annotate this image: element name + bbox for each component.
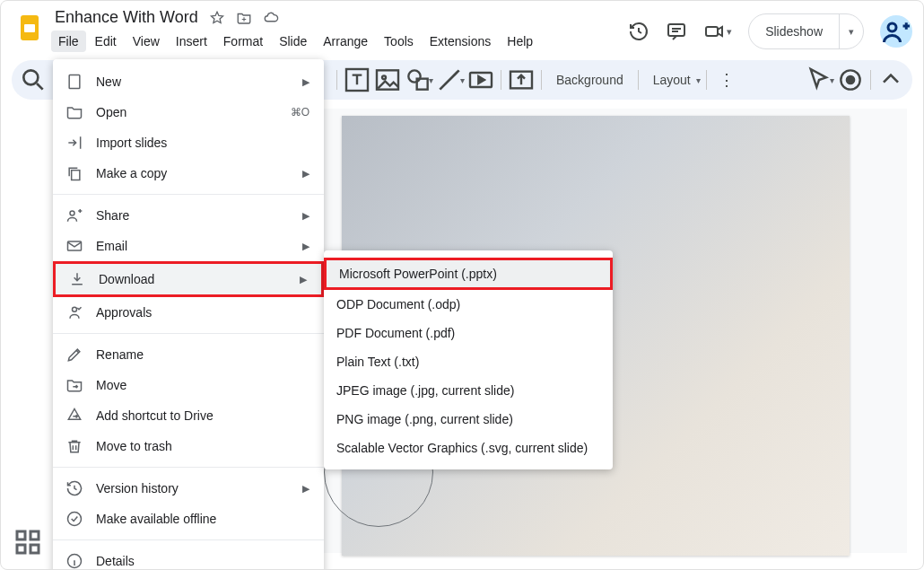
- chevron-right-icon: ▶: [302, 210, 309, 222]
- pointer-dropdown[interactable]: ▾: [830, 75, 834, 85]
- move-icon: [65, 376, 83, 394]
- slides-logo[interactable]: [12, 10, 48, 46]
- line-dropdown[interactable]: ▾: [460, 75, 465, 85]
- trash-icon: [65, 437, 83, 455]
- file-version-history[interactable]: Version history ▶: [53, 473, 324, 504]
- menu-format[interactable]: Format: [216, 31, 270, 52]
- cloud-status-icon[interactable]: [263, 10, 279, 26]
- menu-edit[interactable]: Edit: [88, 31, 124, 52]
- divider: [53, 333, 324, 334]
- menu-insert[interactable]: Insert: [169, 31, 214, 52]
- download-svg[interactable]: Scalable Vector Graphics (.svg, current …: [324, 434, 613, 462]
- more-icon[interactable]: ⋮: [712, 66, 741, 94]
- chevron-down-icon[interactable]: ▾: [727, 26, 732, 38]
- layout-dropdown[interactable]: ▾: [696, 75, 701, 85]
- star-icon[interactable]: [209, 10, 225, 26]
- comments-icon[interactable]: [666, 21, 687, 42]
- transition-icon[interactable]: [507, 66, 536, 94]
- history-icon[interactable]: [628, 21, 649, 42]
- menu-tools[interactable]: Tools: [377, 31, 421, 52]
- download-odp[interactable]: ODP Document (.odp): [324, 290, 613, 319]
- svg-rect-17: [17, 545, 25, 553]
- history-icon: [65, 479, 83, 497]
- file-icon: [65, 73, 83, 91]
- approvals-icon: [65, 303, 83, 321]
- chevron-right-icon: ▶: [302, 483, 309, 495]
- svg-rect-18: [31, 545, 39, 553]
- slideshow-dropdown[interactable]: ▾: [840, 14, 863, 48]
- svg-point-5: [23, 70, 38, 84]
- download-pdf[interactable]: PDF Document (.pdf): [324, 319, 613, 347]
- divider: [53, 539, 324, 540]
- textbox-icon[interactable]: [343, 66, 371, 94]
- svg-point-8: [382, 75, 386, 79]
- present-camera-icon[interactable]: [703, 21, 725, 42]
- download-png[interactable]: PNG image (.png, current slide): [324, 405, 613, 434]
- collapse-icon[interactable]: [876, 66, 905, 94]
- file-move[interactable]: Move: [53, 370, 324, 400]
- import-icon: [65, 134, 83, 152]
- separator: [336, 70, 337, 90]
- share-button[interactable]: [880, 15, 912, 48]
- grid-view-icon[interactable]: [12, 526, 44, 558]
- chevron-right-icon: ▶: [300, 274, 307, 285]
- svg-rect-19: [69, 75, 80, 89]
- menu-extensions[interactable]: Extensions: [423, 31, 498, 52]
- file-details[interactable]: Details: [53, 546, 324, 570]
- slideshow-button[interactable]: Slideshow: [749, 14, 840, 48]
- download-submenu: Microsoft PowerPoint (.pptx) ODP Documen…: [324, 250, 613, 469]
- file-approvals[interactable]: Approvals: [53, 297, 324, 328]
- image-icon[interactable]: [373, 66, 402, 94]
- menu-arrange[interactable]: Arrange: [316, 31, 375, 52]
- shape-dropdown[interactable]: ▾: [429, 75, 433, 85]
- file-import-slides[interactable]: Import slides: [53, 127, 324, 158]
- layout-button[interactable]: Layout: [644, 73, 700, 87]
- svg-rect-15: [17, 531, 25, 539]
- download-txt[interactable]: Plain Text (.txt): [324, 347, 613, 376]
- svg-rect-16: [31, 531, 39, 539]
- info-icon: [65, 552, 83, 570]
- svg-point-23: [73, 307, 77, 311]
- folder-icon: [65, 103, 83, 121]
- menu-slide[interactable]: Slide: [272, 31, 314, 52]
- email-icon: [65, 237, 83, 255]
- svg-rect-20: [72, 171, 80, 180]
- svg-rect-2: [668, 24, 684, 36]
- menubar: File Edit View Insert Format Slide Arran…: [51, 31, 628, 52]
- file-rename[interactable]: Rename: [53, 339, 324, 370]
- file-add-shortcut[interactable]: Add shortcut to Drive: [53, 400, 324, 431]
- svg-point-9: [408, 70, 420, 82]
- menu-help[interactable]: Help: [500, 31, 540, 52]
- file-move-trash[interactable]: Move to trash: [53, 431, 324, 461]
- divider: [53, 194, 324, 195]
- video-icon[interactable]: [466, 66, 495, 94]
- drive-shortcut-icon: [65, 407, 83, 425]
- menu-view[interactable]: View: [126, 31, 167, 52]
- doc-title[interactable]: Enhance With Word: [55, 8, 198, 27]
- download-jpg[interactable]: JPEG image (.jpg, current slide): [324, 376, 613, 405]
- search-icon[interactable]: [19, 66, 48, 94]
- copy-icon: [65, 164, 83, 182]
- svg-rect-3: [706, 27, 718, 36]
- file-download[interactable]: Download ▶: [53, 261, 324, 297]
- file-share[interactable]: Share ▶: [53, 200, 324, 231]
- file-new[interactable]: New ▶: [53, 66, 324, 97]
- file-open[interactable]: Open ⌘O: [53, 97, 324, 127]
- share-icon: [65, 206, 83, 224]
- svg-point-21: [70, 211, 74, 215]
- record-icon[interactable]: [836, 66, 865, 94]
- offline-icon: [65, 510, 83, 528]
- file-make-copy[interactable]: Make a copy ▶: [53, 158, 324, 189]
- download-pptx[interactable]: Microsoft PowerPoint (.pptx): [324, 258, 613, 290]
- download-icon: [68, 270, 86, 288]
- file-available-offline[interactable]: Make available offline: [53, 504, 324, 534]
- svg-point-14: [846, 75, 856, 85]
- chevron-right-icon: ▶: [302, 76, 309, 88]
- background-button[interactable]: Background: [547, 73, 632, 87]
- chevron-right-icon: ▶: [302, 241, 309, 252]
- separator: [541, 70, 542, 90]
- file-email[interactable]: Email ▶: [53, 231, 324, 261]
- move-folder-icon[interactable]: [236, 10, 252, 26]
- file-menu: New ▶ Open ⌘O Import slides Make a copy …: [53, 59, 324, 570]
- menu-file[interactable]: File: [51, 31, 86, 52]
